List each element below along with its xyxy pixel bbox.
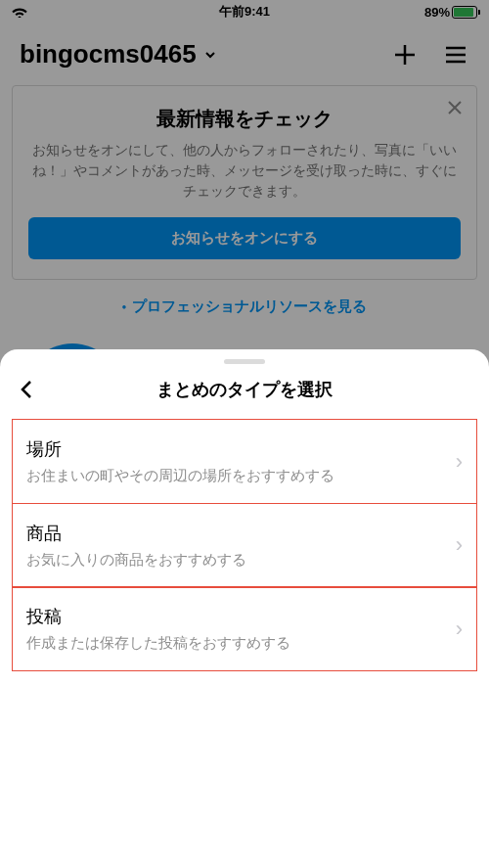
option-title: 投稿 <box>26 605 456 628</box>
option-description: お住まいの町やその周辺の場所をおすすめする <box>26 467 456 485</box>
option-title: 商品 <box>26 522 456 545</box>
chevron-right-icon: › <box>456 617 463 642</box>
option-post[interactable]: 投稿 作成または保存した投稿をおすすめする › <box>12 586 477 671</box>
option-title: 場所 <box>26 437 456 461</box>
chevron-right-icon: › <box>456 449 463 475</box>
option-description: お気に入りの商品をおすすめする <box>26 551 456 570</box>
sheet-title: まとめのタイプを選択 <box>156 378 333 401</box>
option-product[interactable]: 商品 お気に入りの商品をおすすめする › <box>12 503 477 588</box>
option-place[interactable]: 場所 お住まいの町やその周辺の場所をおすすめする › <box>12 419 477 504</box>
back-icon[interactable] <box>16 378 39 401</box>
option-description: 作成または保存した投稿をおすすめする <box>26 634 456 653</box>
chevron-right-icon: › <box>456 532 463 558</box>
bottom-sheet: まとめのタイプを選択 場所 お住まいの町やその周辺の場所をおすすめする › 商品… <box>0 349 489 868</box>
